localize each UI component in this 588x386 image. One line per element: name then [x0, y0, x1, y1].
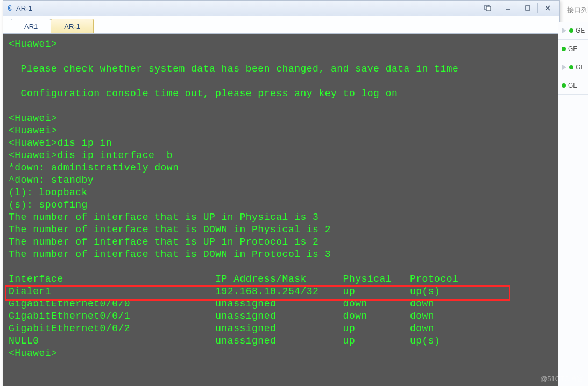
terminal-line: The number of interface that is DOWN in … — [9, 248, 554, 261]
panel-row[interactable]: GE — [558, 40, 588, 58]
terminal-line: GigabitEthernet0/0/1 unassigned down dow… — [9, 310, 554, 323]
status-dot-icon — [562, 83, 566, 88]
terminal-line: NULL0 unassigned up up(s) — [9, 335, 554, 347]
svg-rect-3 — [526, 6, 530, 10]
terminal-window: € AR-1 AR1 AR-1 <Huawei> Please check w — [3, 0, 560, 386]
tab-label: AR-1 — [64, 23, 80, 31]
window-title: AR-1 — [16, 4, 478, 12]
port-label: GE — [576, 27, 585, 34]
terminal-line — [9, 75, 554, 88]
minimize-button[interactable] — [498, 3, 518, 13]
terminal-line: The number of interface that is UP in Ph… — [9, 211, 554, 224]
tab-label: AR1 — [24, 23, 38, 31]
terminal-line — [9, 261, 554, 273]
terminal-line: Dialer1 192.168.10.254/32 up up(s) — [9, 285, 554, 298]
terminal-line: The number of interface that is UP in Pr… — [9, 236, 554, 248]
app-icon: € — [5, 4, 14, 12]
tab-ar1[interactable]: AR1 — [11, 19, 51, 33]
terminal-line: <Huawei> — [9, 125, 554, 137]
port-label: GE — [576, 63, 585, 71]
svg-rect-1 — [486, 6, 491, 11]
close-button[interactable] — [537, 3, 557, 13]
status-dot-icon — [562, 47, 566, 51]
side-text: 接口列 — [567, 5, 588, 15]
terminal-line: The number of interface that is DOWN in … — [9, 224, 554, 236]
terminal-line: <Huawei> — [9, 112, 554, 125]
terminal-line: <Huawei>dis ip in — [9, 137, 554, 149]
terminal-line: <Huawei>dis ip interface b — [9, 149, 554, 162]
port-label: GE — [568, 82, 577, 89]
terminal-line: (s): spoofing — [9, 199, 554, 211]
terminal-line: <Huawei> — [9, 38, 554, 51]
terminal-output[interactable]: <Huawei> Please check whether system dat… — [3, 34, 559, 386]
panel-row[interactable]: GE — [558, 76, 588, 95]
terminal-line: GigabitEthernet0/0/2 unassigned up down — [9, 323, 554, 335]
tab-ar-1[interactable]: AR-1 — [51, 19, 94, 33]
port-label: GE — [568, 45, 577, 53]
terminal-line — [9, 51, 554, 63]
terminal-line: <Huawei> — [9, 347, 554, 360]
collapse-icon — [562, 65, 566, 70]
panel-row[interactable]: GE — [558, 58, 588, 76]
terminal-line: ^down: standby — [9, 174, 554, 187]
titlebar[interactable]: € AR-1 — [3, 1, 559, 16]
maximize-button[interactable] — [518, 3, 537, 13]
status-dot-icon — [569, 28, 573, 33]
terminal-line: Configuration console time out, please p… — [9, 88, 554, 100]
terminal-line: *down: administratively down — [9, 162, 554, 174]
terminal-line: (l): loopback — [9, 187, 554, 199]
terminal-line — [9, 100, 554, 112]
detach-button[interactable] — [478, 3, 498, 13]
watermark: @51CTO博客 — [540, 374, 584, 384]
status-dot-icon — [569, 65, 573, 69]
terminal-line: GigabitEthernet0/0/0 unassigned down dow… — [9, 298, 554, 310]
tab-bar: AR1 AR-1 — [3, 16, 559, 34]
panel-row[interactable]: GE — [558, 22, 588, 40]
collapse-icon — [562, 28, 566, 33]
right-panel: GE GE GE GE — [558, 22, 588, 386]
terminal-line: Please check whether system data has bee… — [9, 63, 554, 75]
terminal-line: Interface IP Address/Mask Physical Proto… — [9, 273, 554, 285]
